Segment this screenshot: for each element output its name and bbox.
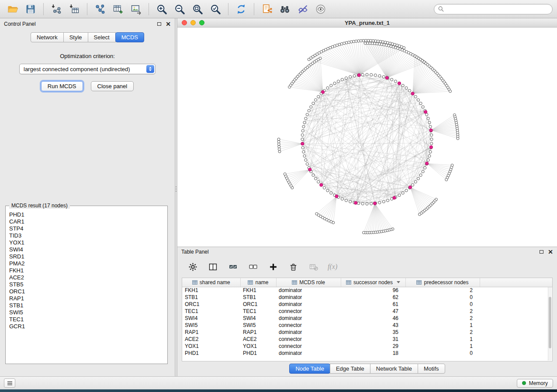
control-panel-title: Control Panel (4, 21, 36, 27)
table-row[interactable]: TEC1TEC1connector472 (182, 308, 552, 315)
mcds-result-item[interactable]: STB5 (9, 281, 165, 288)
table-column-icon (416, 280, 422, 285)
table-panel-title: Table Panel (181, 249, 209, 255)
zoom-in-button[interactable] (153, 2, 170, 17)
zoom-check-button[interactable] (207, 2, 224, 17)
mcds-result-item[interactable]: ACE2 (9, 274, 165, 281)
table-row[interactable]: SWI4SWI4dominator462 (182, 315, 552, 322)
table-scrollbar[interactable] (548, 287, 552, 361)
cell-shared-name: YOX1 (182, 343, 240, 350)
tab-network[interactable]: Network (31, 32, 64, 42)
tab-select[interactable]: Select (88, 32, 116, 42)
mcds-result-item[interactable]: SWI5 (9, 309, 165, 316)
tab-edge-table[interactable]: Edge Table (330, 364, 370, 374)
table-scrollbar-thumb[interactable] (549, 297, 551, 348)
mcds-result-item[interactable]: PMA2 (9, 260, 165, 267)
new-table-button[interactable] (110, 2, 126, 17)
cell-name: YOX1 (240, 343, 276, 350)
tab-node-table[interactable]: Node Table (289, 364, 330, 374)
minimize-window-icon[interactable] (190, 20, 196, 25)
column-header-shared-name[interactable]: shared name (182, 278, 240, 287)
network-titlebar: YPA_prune.txt_1 (177, 18, 557, 28)
new-network-button[interactable] (92, 2, 108, 17)
tab-style[interactable]: Style (63, 32, 88, 42)
close-panel-icon[interactable]: ✕ (166, 21, 171, 27)
search-icon (438, 6, 444, 12)
add-row-button[interactable] (267, 261, 279, 272)
column-header-name[interactable]: name (240, 278, 276, 287)
table-row[interactable]: ACE2ACE2connector311 (182, 336, 552, 343)
function-builder-button[interactable]: f(x) (328, 263, 337, 271)
table-row[interactable]: PHD1PHD1dominator180 (182, 350, 552, 357)
zoom-in-icon (156, 3, 167, 15)
float-table-panel-icon[interactable] (540, 250, 543, 254)
main-area: Control Panel ✕ NetworkStyleSelectMCDS O… (0, 18, 557, 376)
save-button[interactable] (22, 2, 39, 17)
import-table-button[interactable] (66, 2, 83, 17)
tab-motifs[interactable]: Motifs (418, 364, 445, 374)
float-panel-icon[interactable] (157, 22, 161, 26)
column-header-predecessor-nodes[interactable]: predecessor nodes (405, 278, 480, 287)
mcds-result-item[interactable]: TEC1 (9, 316, 165, 323)
hide-glasses-button[interactable] (294, 2, 311, 17)
close-window-icon[interactable] (182, 20, 187, 25)
table-toolbar: f(x) (177, 257, 557, 277)
mcds-result-item[interactable]: CAR1 (9, 218, 165, 225)
table-row[interactable]: YOX1YOX1connector291 (182, 343, 552, 350)
memory-button[interactable]: Memory (517, 379, 553, 388)
column-header-MCDS-role[interactable]: MCDS role (276, 278, 341, 287)
mcds-result-item[interactable]: STB1 (9, 302, 165, 309)
sort-chevron-icon[interactable] (397, 281, 400, 283)
cell-MCDS-role: connector (276, 343, 341, 350)
control-panel-tabs: NetworkStyleSelectMCDS (0, 32, 175, 42)
zoom-fit-button[interactable] (189, 2, 206, 17)
delete-row-button[interactable] (287, 261, 299, 272)
table-row[interactable]: STB1STB1dominator620 (182, 294, 552, 301)
select-all-button[interactable] (227, 261, 239, 272)
table-row[interactable]: FKH1FKH1dominator962 (182, 287, 552, 294)
optimization-dropdown[interactable]: largest connected component (undirected) (19, 64, 156, 74)
gear-button[interactable] (187, 261, 198, 272)
run-mcds-button[interactable]: Run MCDS (41, 81, 83, 91)
refresh-button[interactable] (233, 2, 249, 17)
maximize-window-icon[interactable] (199, 20, 204, 25)
close-panel-button[interactable]: Close panel (91, 81, 134, 91)
zoom-out-button[interactable] (171, 2, 188, 17)
cell-MCDS-role: dominator (276, 287, 341, 294)
column-header-filler (480, 278, 552, 287)
clear-table-button[interactable] (308, 261, 319, 272)
mcds-result-item[interactable]: SWI4 (9, 246, 165, 253)
table-row[interactable]: RAP1RAP1dominator352 (182, 329, 552, 336)
mcds-result-item[interactable]: STP4 (9, 225, 165, 232)
network-canvas[interactable] (177, 28, 557, 246)
mcds-result-item[interactable]: PHD1 (9, 211, 165, 218)
mcds-result-item[interactable]: TID3 (9, 232, 165, 239)
table-row[interactable]: SWI5SWI5connector431 (182, 322, 552, 329)
search-box[interactable] (434, 4, 553, 14)
share-document-button[interactable] (259, 2, 275, 17)
column-header-successor-nodes[interactable]: successor nodes (341, 278, 405, 287)
mcds-result-list[interactable]: PHD1CAR1STP4TID3YOX1SWI4SRD1PMA2FKH1ACE2… (9, 211, 165, 361)
cell-name: ACE2 (240, 336, 276, 343)
tab-mcds[interactable]: MCDS (115, 32, 144, 42)
mcds-result-item[interactable]: FKH1 (9, 267, 165, 274)
search-binoculars-button[interactable] (277, 2, 293, 17)
node-table: shared namenameMCDS rolesuccessor nodesp… (182, 278, 553, 361)
export-image-button[interactable] (128, 2, 144, 17)
mcds-result-item[interactable]: RAP1 (9, 295, 165, 302)
main-toolbar (0, 0, 557, 18)
mcds-result-item[interactable]: ORC1 (9, 288, 165, 295)
tab-network-table[interactable]: Network Table (370, 364, 418, 374)
status-menu-button[interactable] (4, 378, 15, 388)
mcds-result-item[interactable]: SRD1 (9, 253, 165, 260)
close-table-panel-icon[interactable]: ✕ (548, 249, 553, 255)
import-network-button[interactable] (48, 2, 65, 17)
open-folder-button[interactable] (4, 2, 21, 17)
search-input[interactable] (446, 6, 548, 12)
show-eye-button[interactable] (312, 2, 329, 17)
mcds-result-item[interactable]: GCR1 (9, 323, 165, 330)
table-row[interactable]: ORC1ORC1dominator610 (182, 301, 552, 308)
mcds-result-item[interactable]: YOX1 (9, 239, 165, 246)
deselect-all-button[interactable] (247, 261, 259, 272)
columns-button[interactable] (207, 261, 218, 272)
